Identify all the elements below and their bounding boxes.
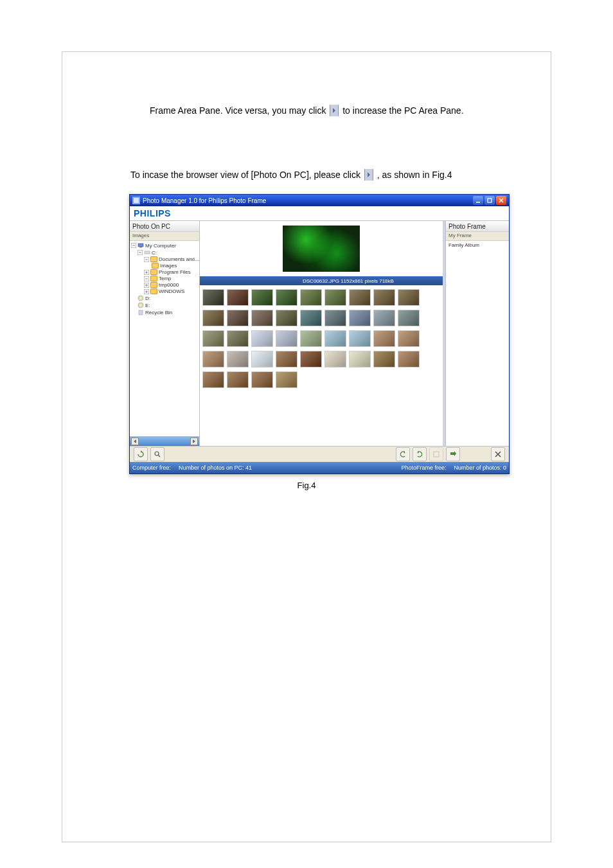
- svg-rect-40: [434, 452, 439, 457]
- refresh-button[interactable]: [134, 447, 148, 461]
- left-panel-sub: Images: [130, 232, 199, 241]
- preview-area: [200, 221, 443, 276]
- paragraph-1-after: to increase the PC Area Pane.: [342, 105, 463, 116]
- thumbnail[interactable]: [349, 330, 371, 347]
- thumbnail[interactable]: [202, 351, 224, 368]
- thumbnail[interactable]: [276, 289, 298, 306]
- thumbnail[interactable]: [276, 310, 298, 326]
- thumbnail[interactable]: [202, 310, 224, 326]
- thumbnail[interactable]: [202, 330, 224, 347]
- right-panel-body: Family Album: [446, 241, 509, 446]
- thumbnail[interactable]: [324, 351, 346, 368]
- svg-point-36: [155, 452, 159, 456]
- thumbnail[interactable]: [251, 310, 273, 326]
- svg-rect-3: [134, 198, 139, 203]
- thumbnail[interactable]: [373, 351, 395, 368]
- thumbnail[interactable]: [324, 289, 346, 306]
- tree-win[interactable]: WINDOWS: [159, 288, 184, 294]
- thumbnail[interactable]: [251, 351, 273, 368]
- tree-images[interactable]: Images: [160, 263, 177, 269]
- thumbnail[interactable]: [300, 310, 322, 326]
- cd-icon: [138, 295, 144, 301]
- close-icon: [495, 451, 501, 457]
- expand-right-icon[interactable]: [190, 438, 198, 445]
- thumbnail[interactable]: [398, 310, 420, 326]
- svg-rect-5: [488, 199, 492, 202]
- thumbnail[interactable]: [276, 371, 298, 388]
- thumbnail[interactable]: [300, 330, 322, 347]
- thumbnail[interactable]: [398, 351, 420, 368]
- tree-e[interactable]: E:: [145, 303, 150, 308]
- svg-marker-33: [134, 439, 136, 443]
- tree-root[interactable]: My Computer: [145, 243, 176, 249]
- thumbnail[interactable]: [349, 351, 371, 368]
- thumbnail[interactable]: [300, 351, 322, 368]
- window-titlebar: Photo Manager 1.0 for Philips Photo Fram…: [130, 195, 509, 206]
- window-maximize-button[interactable]: [484, 196, 495, 205]
- right-panel-title: Photo Frame: [446, 221, 509, 232]
- thumbnail[interactable]: [398, 289, 420, 306]
- tree-docs[interactable]: Documents and...: [159, 256, 199, 262]
- preview-status-text: DSC00632.JPG 1152x861 pixels 718kB: [303, 278, 394, 284]
- thumbnail[interactable]: [227, 310, 249, 326]
- paragraph-1: Frame Area Pane. Vice versa, you may cli…: [150, 105, 540, 118]
- crop-icon: [432, 450, 440, 458]
- rotate-left-button[interactable]: [396, 447, 410, 461]
- collapse-left-icon[interactable]: [131, 438, 139, 445]
- brand-logo: PHILIPS: [134, 208, 171, 218]
- crop-button[interactable]: [429, 447, 443, 461]
- tree-tmp[interactable]: tmp0000: [159, 282, 179, 288]
- drive-icon: [144, 249, 150, 256]
- send-button[interactable]: [446, 447, 460, 461]
- paragraph-1-before: Frame Area Pane. Vice versa, you may cli…: [150, 105, 328, 116]
- close-toolbar-button[interactable]: [491, 447, 505, 461]
- thumbnail[interactable]: [398, 330, 420, 347]
- thumbnail[interactable]: [373, 330, 395, 347]
- tree-c[interactable]: C:: [152, 250, 157, 256]
- folder-icon: [150, 276, 157, 281]
- right-panel: Photo Frame My Frame Family Album: [445, 221, 509, 446]
- thumbnail[interactable]: [349, 289, 371, 306]
- thumbnail-grid[interactable]: [200, 285, 443, 446]
- thumbnail[interactable]: [324, 330, 346, 347]
- thumbnail[interactable]: [202, 371, 224, 388]
- find-button[interactable]: [150, 447, 164, 461]
- folder-icon: [150, 288, 157, 294]
- thumbnail[interactable]: [276, 351, 298, 368]
- thumbnail[interactable]: [349, 310, 371, 326]
- preview-image: [283, 226, 360, 272]
- rotate-right-button[interactable]: [413, 447, 427, 461]
- folder-tree[interactable]: My Computer C: Documents and...: [130, 241, 199, 436]
- recycle-icon: [138, 309, 144, 315]
- thumbnail[interactable]: [251, 330, 273, 347]
- center-panel: DSC00632.JPG 1152x861 pixels 718kB: [200, 221, 443, 446]
- thumbnail[interactable]: [227, 371, 249, 388]
- thumbnail[interactable]: [373, 289, 395, 306]
- thumbnail[interactable]: [202, 289, 224, 306]
- expand-right-icon: [330, 105, 339, 116]
- status-num-pc: Number of photos on PC: 41: [179, 465, 252, 471]
- brand-row: PHILIPS: [130, 206, 509, 221]
- thumbnail[interactable]: [324, 310, 346, 326]
- tree-d[interactable]: D:: [145, 296, 150, 301]
- thumbnail[interactable]: [227, 351, 249, 368]
- rotate-left-icon: [399, 450, 407, 458]
- thumbnail[interactable]: [251, 289, 273, 306]
- thumbnail[interactable]: [276, 330, 298, 347]
- thumbnail[interactable]: [300, 289, 322, 306]
- tree-recycle[interactable]: Recycle Bin: [145, 310, 172, 315]
- expand-right-icon: [364, 169, 373, 181]
- svg-marker-41: [450, 451, 456, 456]
- right-tree-root[interactable]: Family Album: [449, 242, 479, 248]
- window-minimize-button[interactable]: [473, 196, 483, 205]
- svg-rect-32: [139, 310, 143, 315]
- thumbnail[interactable]: [251, 371, 273, 388]
- thumbnail[interactable]: [373, 310, 395, 326]
- window-close-button[interactable]: [496, 196, 506, 205]
- svg-rect-4: [476, 202, 480, 203]
- thumbnail[interactable]: [227, 289, 249, 306]
- svg-marker-1: [368, 172, 370, 177]
- tree-program[interactable]: Program Files: [159, 269, 191, 275]
- tree-temp[interactable]: Temp: [159, 276, 172, 281]
- thumbnail[interactable]: [227, 330, 249, 347]
